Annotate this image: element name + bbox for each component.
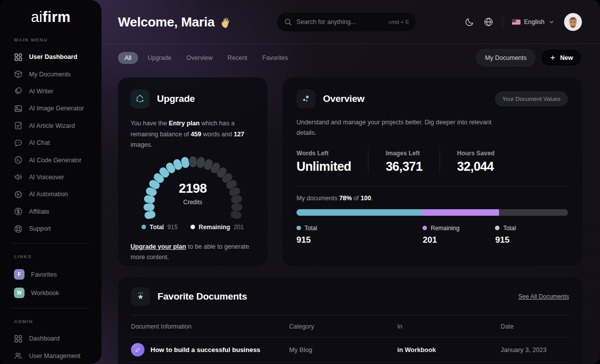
table-row[interactable]: How to build a successful businessMy Blo… (131, 337, 569, 363)
new-button[interactable]: New (540, 49, 582, 66)
sidebar-item-user-dashboard[interactable]: User Dashboard (0, 48, 102, 65)
text-part: 459 (190, 131, 201, 138)
sidebar-section-label-main-menu: MAIN MENU (14, 37, 102, 42)
filter-tabs-row: AllUpgradeOverviewRecentFavorites My Doc… (118, 49, 582, 66)
sidebar-item-label: User Management (29, 353, 80, 360)
workbook-badge: W (14, 288, 24, 298)
column-header-category: Category (289, 323, 397, 330)
credits-gauge: 2198 Credits (130, 156, 255, 221)
brand-logo: aifirm (0, 7, 102, 27)
sidebar-item-workbook[interactable]: WWorkbook (0, 284, 102, 302)
sidebar-item-label: Dashboard (29, 335, 60, 342)
sidebar-item-ai-article-wizard[interactable]: AI Article Wizard (0, 117, 102, 134)
stat-hours-saved: Hours Saved32,044 (440, 150, 512, 174)
legend-value: 915 (296, 235, 317, 245)
document-values-button[interactable]: Your Document Values (495, 91, 568, 106)
sidebar-item-label: AI Writer (29, 88, 53, 95)
sidebar-item-ai-chat[interactable]: AI Chat (0, 134, 102, 151)
legend-dot (142, 225, 146, 229)
sidebar-item-ai-voiceover[interactable]: AI Voiceover (0, 169, 102, 186)
sidebar-item-ai-code-generator[interactable]: AI Code Generator (0, 151, 102, 168)
sidebar-item-ai-writer[interactable]: AI Writer (0, 83, 102, 100)
globe-button[interactable] (484, 17, 494, 27)
search-placeholder: Search for anything... (296, 18, 356, 25)
upgrade-card: Upgrade You have the Entry plan which ha… (118, 77, 268, 266)
stat-label: Images Left (386, 150, 422, 157)
gauge-segment (144, 210, 156, 220)
documents-table-body: How to build a successful businessMy Blo… (131, 337, 569, 363)
my-documents-button[interactable]: My Documents (476, 49, 536, 66)
sidebar: aifirm MAIN MENUUser DashboardMy Documen… (0, 0, 102, 364)
my-documents-label: My Documents (485, 54, 526, 61)
sidebar-item-my-documents[interactable]: My Documents (0, 65, 102, 82)
bar-legend-remaining: Remaining201 (422, 225, 459, 245)
documents-progress-text: My documents 78% of 100. (296, 195, 568, 202)
document-title: How to build a successful business (150, 346, 260, 354)
overview-dots-icon (296, 89, 316, 108)
pen-icon (131, 343, 144, 357)
speaker-icon (14, 173, 22, 181)
new-label: New (560, 54, 573, 61)
tab-overview[interactable]: Overview (179, 51, 220, 64)
tab-all[interactable]: All (118, 52, 138, 64)
topbar: Welcome, Maria Search for anything... cm… (118, 0, 582, 44)
gauge-value: 2198 (130, 181, 255, 196)
language-selector[interactable]: English (512, 18, 555, 25)
stat-value: Unlimited (296, 159, 351, 174)
upgrade-footer: Upgrade your plan to be able to generate… (130, 242, 255, 263)
overview-description: Understand and manage your projects bett… (296, 117, 502, 139)
sidebar-divider (12, 308, 90, 309)
overview-title: Overview (323, 93, 364, 104)
sidebar-item-label: Favorites (31, 271, 56, 278)
text-part: Entry plan (169, 120, 200, 127)
chevron-down-icon (548, 18, 555, 25)
sidebar-item-label: AI Code Generator (29, 157, 82, 164)
upgrade-plan-link[interactable]: Upgrade your plan (130, 243, 186, 250)
sidebar-item-label: AI Image Generator (29, 105, 84, 112)
sidebar-item-ai-automation[interactable]: AI Automation (0, 186, 102, 203)
overview-stats: Words LeftUnlimitedImages Left36,371Hour… (296, 150, 568, 174)
avatar[interactable] (564, 13, 582, 31)
sidebar-item-ai-image-generator[interactable]: AI Image Generator (0, 100, 102, 117)
upgrade-card-header: Upgrade (130, 89, 255, 108)
overview-divider (296, 186, 568, 186)
see-all-documents-link[interactable]: See All Documents (518, 293, 569, 300)
stat-label: Words Left (296, 150, 351, 157)
overview-card: Overview Your Document Values Understand… (282, 77, 582, 266)
documents-progress-bar (296, 209, 568, 216)
gauge-legend: Total915Remaining201 (130, 224, 255, 231)
tab-upgrade[interactable]: Upgrade (140, 51, 179, 64)
stat-value: 32,044 (457, 159, 494, 174)
text-part: of (352, 195, 361, 202)
sidebar-item-user-management[interactable]: User Management (0, 348, 102, 364)
legend-dot (495, 226, 500, 230)
sidebar-item-affiliate[interactable]: Affiliate (0, 203, 102, 220)
app-window: aifirm MAIN MENUUser DashboardMy Documen… (0, 0, 600, 364)
dark-mode-toggle[interactable] (464, 17, 474, 27)
legend-dot (296, 226, 301, 230)
search-input[interactable]: Search for anything... cmd + E (276, 12, 416, 32)
page-title: Welcome, Maria (118, 14, 233, 30)
document-date: January 3, 2023 (500, 346, 569, 354)
legend-label: Total (150, 224, 164, 231)
language-label: English (524, 18, 544, 25)
legend-label: Remaining (430, 225, 459, 232)
sidebar-item-favorites[interactable]: FFavorites (0, 265, 102, 284)
brand-logo-light: ai (31, 9, 42, 25)
legend-value: 201 (234, 224, 244, 231)
column-header-date: Date (500, 323, 569, 330)
sidebar-item-dashboard[interactable]: Dashboard (0, 330, 102, 347)
document-category: My Blog (289, 346, 397, 354)
tab-recent[interactable]: Recent (220, 51, 255, 64)
legend-label: Total (503, 225, 516, 232)
sidebar-section-label-links: LINKS (14, 254, 102, 259)
gauge-segment (230, 210, 242, 220)
text-part: You have the (130, 120, 169, 127)
sidebar-item-label: Affiliate (29, 208, 50, 215)
search-icon (284, 18, 292, 26)
tab-favorites[interactable]: Favorites (255, 51, 296, 64)
sidebar-item-label: Workbook (31, 290, 59, 297)
header-divider (502, 17, 503, 27)
sidebar-item-support[interactable]: Support (0, 220, 102, 237)
favorite-documents-card: Favorite Documents See All Documents Doc… (118, 277, 582, 364)
